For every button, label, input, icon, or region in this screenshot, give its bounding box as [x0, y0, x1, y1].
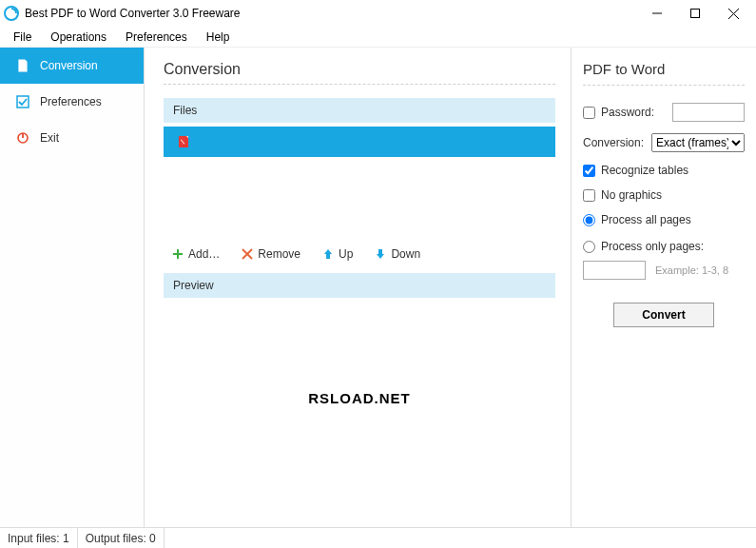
sidebar-item-exit[interactable]: Exit [0, 120, 144, 156]
checkbox-icon [15, 94, 30, 109]
preview-watermark: RSLOAD.NET [308, 390, 411, 406]
password-input[interactable] [672, 103, 745, 122]
button-label: Add… [188, 247, 220, 261]
pages-input[interactable] [583, 261, 646, 280]
file-row[interactable]: λ [164, 127, 555, 157]
statusbar: Input files: 1 Output files: 0 [0, 527, 756, 548]
conversion-label: Conversion: [583, 136, 644, 149]
add-button[interactable]: Add… [164, 245, 227, 264]
settings-panel: PDF to Word Password: Conversion: Exact … [571, 48, 756, 527]
process-only-label: Process only pages: [601, 240, 704, 253]
pages-row: Example: 1-3, 8 [583, 261, 745, 280]
close-button[interactable] [714, 0, 752, 27]
svg-rect-3 [691, 10, 700, 18]
document-icon [15, 58, 30, 73]
menu-preferences[interactable]: Preferences [116, 29, 197, 46]
titlebar: Best PDF to Word Converter 3.0 Freeware [0, 0, 756, 27]
recognize-tables-row: Recognize tables [583, 164, 745, 177]
window-title: Best PDF to Word Converter 3.0 Freeware [25, 7, 241, 20]
app-logo-icon [4, 6, 19, 21]
no-graphics-row: No graphics [583, 188, 745, 202]
convert-button[interactable]: Convert [613, 303, 714, 327]
status-output-files: Output files: 0 [78, 528, 165, 548]
button-label: Down [391, 247, 420, 261]
minimize-button[interactable] [638, 0, 676, 27]
divider [164, 84, 555, 85]
status-input-files: Input files: 1 [0, 528, 78, 548]
maximize-button[interactable] [676, 0, 714, 27]
menu-help[interactable]: Help [197, 29, 240, 46]
arrow-down-icon [374, 247, 387, 261]
up-button[interactable]: Up [314, 245, 360, 264]
down-button[interactable]: Down [366, 245, 428, 264]
sidebar-item-conversion[interactable]: Conversion [0, 48, 144, 84]
svg-rect-6 [17, 96, 29, 108]
page-title: Conversion [164, 61, 555, 78]
pdf-icon: λ [177, 135, 190, 148]
arrow-up-icon [321, 247, 335, 261]
button-label: Up [339, 247, 353, 261]
power-icon [15, 130, 30, 146]
button-label: Remove [258, 247, 300, 261]
process-all-label: Process all pages [601, 213, 691, 226]
password-label: Password: [601, 106, 654, 119]
preview-section-header: Preview [164, 273, 555, 298]
process-all-row: Process all pages [583, 213, 745, 226]
sidebar-item-label: Conversion [40, 59, 98, 72]
menu-file[interactable]: File [4, 29, 41, 46]
x-icon [241, 247, 254, 261]
process-all-radio[interactable] [583, 214, 595, 226]
menu-operations[interactable]: Operations [41, 29, 116, 46]
process-only-row: Process only pages: [583, 240, 745, 253]
preview-viewport[interactable]: RSLOAD.NET [164, 302, 555, 465]
sidebar-item-label: Preferences [40, 95, 102, 108]
file-list[interactable]: λ [164, 127, 555, 157]
window-controls [638, 0, 752, 27]
no-graphics-checkbox[interactable] [583, 189, 595, 202]
conversion-row: Conversion: Exact (frames) [583, 133, 745, 152]
settings-title: PDF to Word [583, 61, 745, 77]
sidebar: Conversion Preferences Exit [0, 48, 145, 527]
sidebar-item-preferences[interactable]: Preferences [0, 84, 144, 120]
remove-button[interactable]: Remove [233, 245, 308, 264]
pages-example: Example: 1-3, 8 [655, 264, 728, 276]
file-toolbar: Add… Remove Up Down [164, 245, 555, 264]
sidebar-item-label: Exit [40, 131, 59, 145]
recognize-tables-label: Recognize tables [601, 164, 688, 177]
preview-box: RSLOAD.NET [164, 302, 555, 465]
process-only-radio[interactable] [583, 241, 595, 253]
no-graphics-label: No graphics [601, 188, 662, 202]
menubar: File Operations Preferences Help [0, 27, 756, 48]
recognize-tables-checkbox[interactable] [583, 165, 595, 177]
plus-icon [171, 247, 184, 261]
divider [583, 85, 745, 86]
main-panel: Conversion Files λ Add… Remove Up [145, 48, 571, 527]
password-checkbox[interactable] [583, 107, 595, 119]
password-row: Password: [583, 103, 745, 122]
files-section-header: Files [164, 98, 555, 123]
conversion-select[interactable]: Exact (frames) [651, 133, 745, 152]
